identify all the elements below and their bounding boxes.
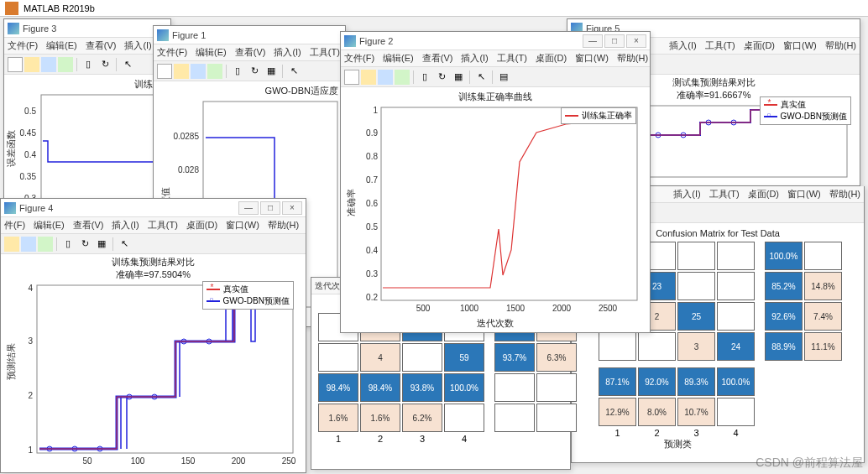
save-icon[interactable]	[41, 57, 56, 72]
figure-2-plot: 训练集正确率曲线 0.2 0.3 0.4 0.5 0.6 0.7 0.8 0.9…	[341, 87, 650, 331]
new-icon[interactable]	[157, 64, 172, 79]
conf-cell: 59	[444, 343, 484, 372]
box-icon[interactable]: ▯	[230, 64, 245, 79]
svg-text:0.3: 0.3	[366, 269, 378, 279]
conf-cell: 89.3%	[677, 367, 715, 396]
figure-2-titlebar[interactable]: Figure 2 — □ ×	[341, 32, 650, 50]
figure-3-toolbar[interactable]: ▯↻↖	[4, 55, 170, 75]
figure-2-toolbar[interactable]: ▯↻▦↖▤	[341, 67, 650, 87]
fig2-chart-title: 训练集正确率曲线	[348, 91, 643, 103]
print-icon[interactable]	[207, 64, 222, 79]
svg-text:1500: 1500	[506, 304, 526, 313]
cursor-icon[interactable]: ↖	[286, 64, 301, 79]
conf-test-bottom: 87.1%92.0%89.3%100.0%12.9%8.0%10.7%	[599, 367, 855, 426]
figure-icon	[157, 29, 169, 41]
svg-text:1: 1	[28, 445, 33, 455]
rotate-icon[interactable]: ↻	[434, 70, 449, 85]
open-icon[interactable]	[361, 70, 376, 85]
figure-3-titlebar[interactable]: Figure 3	[4, 19, 170, 38]
svg-text:1000: 1000	[460, 304, 479, 313]
save-icon[interactable]	[191, 64, 206, 79]
svg-rect-23	[381, 107, 637, 300]
conf-cell: 1.6%	[318, 404, 358, 432]
open-icon[interactable]	[174, 64, 189, 79]
svg-text:0.9: 0.9	[366, 128, 378, 138]
figure-1-titlebar[interactable]: Figure 1	[154, 26, 345, 44]
conf-cell	[717, 272, 755, 300]
svg-text:250: 250	[282, 456, 296, 466]
figure-2-title: Figure 2	[359, 36, 583, 46]
open-icon[interactable]	[24, 57, 39, 72]
svg-text:500: 500	[416, 304, 431, 313]
conf-cell: 93.8%	[402, 373, 442, 402]
figure-4-menubar[interactable]: 件(F)编辑(E)查看(V)插入(I)工具(T)桌面(D)窗口(W)帮助(H)	[1, 217, 306, 234]
grid-icon[interactable]: ▦	[94, 237, 109, 252]
box-icon[interactable]: ▯	[417, 70, 432, 85]
conf-cell: 98.4%	[318, 373, 358, 402]
tool-icon[interactable]: ▤	[496, 70, 511, 85]
print-icon[interactable]	[58, 57, 73, 72]
grid-icon[interactable]: ▦	[264, 64, 279, 79]
conf-cell	[717, 398, 755, 426]
maximize-button[interactable]: □	[604, 34, 625, 48]
svg-text:2000: 2000	[552, 304, 572, 313]
minimize-button[interactable]: —	[238, 201, 259, 215]
conf-test-xlabel: 预测类	[599, 438, 756, 451]
grid-icon[interactable]: ▦	[451, 70, 466, 85]
figure-icon	[8, 23, 19, 34]
fig4-chart-title: 训练集预测结果对比	[8, 256, 299, 268]
figure-3-menubar[interactable]: 文件(F)编辑(E)查看(V)插入(I)工具(T)	[4, 38, 170, 55]
fig2-ylabel: 准确率	[345, 189, 358, 216]
minimize-button[interactable]: —	[583, 34, 603, 48]
matlab-logo-icon	[5, 2, 18, 15]
svg-text:200: 200	[232, 456, 246, 466]
svg-text:0.2: 0.2	[366, 293, 378, 302]
save-icon[interactable]	[378, 70, 393, 85]
figure-1-toolbar[interactable]: ▯↻▦↖	[154, 61, 345, 81]
conf-cell: 3	[677, 332, 715, 361]
box-icon[interactable]: ▯	[60, 237, 76, 252]
conf-cell	[677, 242, 715, 270]
conf-cell: 11.1%	[804, 332, 842, 361]
figure-1-menubar[interactable]: 文件(F)编辑(E)查看(V)插入(I)工具(T)桌面(D)	[154, 44, 345, 61]
maximize-button[interactable]: □	[260, 201, 280, 215]
svg-text:0.7: 0.7	[366, 175, 378, 185]
svg-rect-0	[41, 95, 163, 204]
open-icon[interactable]	[4, 237, 19, 252]
new-icon[interactable]	[344, 70, 359, 85]
print-icon[interactable]	[38, 237, 53, 252]
cursor-icon[interactable]: ↖	[473, 70, 489, 85]
arrow-icon[interactable]: ▯	[81, 57, 96, 72]
conf-cell: 6.3%	[536, 343, 577, 372]
svg-text:2: 2	[28, 391, 33, 400]
conf-cell	[536, 404, 577, 432]
new-icon[interactable]	[8, 57, 23, 72]
cursor-icon[interactable]: ↖	[120, 57, 135, 72]
figure-4-titlebar[interactable]: Figure 4 — □ ×	[1, 199, 306, 217]
rotate-icon[interactable]: ↻	[247, 64, 262, 79]
conf-cell	[494, 404, 535, 432]
figure-3-plot: 训练集 0.3 0.35 0.4 0.45 0.5 误差函数	[4, 75, 170, 217]
close-button[interactable]: ×	[626, 34, 646, 48]
conf-cell: 1.6%	[360, 404, 400, 432]
conf-cell: 14.8%	[804, 272, 842, 300]
svg-text:0.6: 0.6	[366, 199, 378, 208]
cursor-icon[interactable]: ↖	[117, 237, 132, 252]
figure-2-menubar[interactable]: 文件(F)编辑(E)查看(V)插入(I)工具(T)桌面(D)窗口(W)帮助(H)	[341, 50, 650, 67]
rotate-icon[interactable]: ↻	[97, 57, 112, 72]
svg-text:0.45: 0.45	[20, 128, 37, 138]
figure-4-toolbar[interactable]: ▯↻▦↖	[1, 234, 306, 254]
conf-cell: 10.7%	[677, 398, 715, 426]
conf-cell: 88.9%	[765, 332, 803, 361]
conf-cell: 8.0%	[638, 398, 676, 426]
svg-text:4: 4	[28, 284, 33, 293]
svg-text:0.5: 0.5	[24, 107, 36, 116]
svg-text:100: 100	[131, 456, 145, 466]
print-icon[interactable]	[395, 70, 410, 85]
close-button[interactable]: ×	[282, 201, 302, 215]
rotate-icon[interactable]: ↻	[77, 237, 92, 252]
conf-cell: 24	[717, 332, 755, 361]
fig2-xlabel: 迭代次数	[348, 317, 643, 330]
watermark: CSDN @前程算法屋	[756, 456, 863, 471]
save-icon[interactable]	[21, 237, 36, 252]
